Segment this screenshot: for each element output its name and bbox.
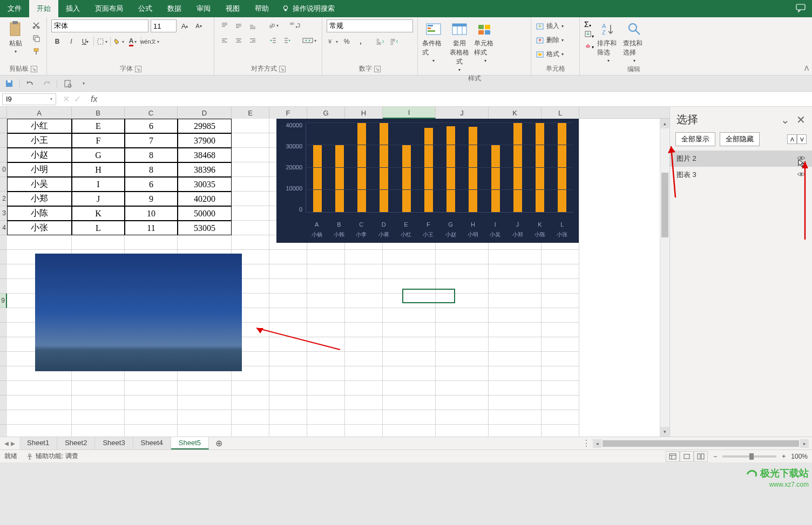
cell[interactable] (269, 308, 307, 323)
decrease-indent-button[interactable] (267, 35, 279, 46)
column-header-D[interactable]: D (178, 107, 232, 119)
cell[interactable] (7, 396, 72, 410)
alignment-dialog-launcher[interactable]: ↘ (279, 66, 286, 72)
cell[interactable] (542, 323, 579, 337)
cell[interactable] (232, 396, 269, 410)
format-cells-button[interactable]: 格式▾ (536, 47, 564, 60)
tab-home[interactable]: 开始 (29, 0, 58, 17)
selection-pane-item[interactable]: 图表 3 (670, 167, 812, 183)
row-header[interactable] (0, 352, 7, 366)
cell[interactable]: 小张 (7, 221, 72, 235)
cell[interactable] (436, 352, 489, 366)
cell[interactable]: 11 (125, 221, 178, 235)
cell[interactable]: E (72, 119, 125, 133)
cell[interactable] (232, 148, 269, 162)
cell[interactable] (72, 381, 125, 396)
cell[interactable] (178, 425, 232, 437)
underline-button[interactable]: U▾ (79, 36, 91, 47)
decrease-font-button[interactable]: A▾ (193, 20, 205, 32)
cell[interactable] (269, 352, 307, 366)
cell[interactable] (489, 381, 542, 396)
zoom-in-button[interactable]: + (782, 453, 786, 460)
font-color-button[interactable]: A (127, 36, 139, 47)
cell[interactable] (542, 337, 579, 352)
cell[interactable]: 38468 (178, 148, 232, 162)
accept-formula-button[interactable]: ✓ (74, 94, 81, 104)
sheet-tab-sheet4[interactable]: Sheet4 (133, 437, 171, 449)
cell[interactable] (489, 425, 542, 437)
cell[interactable] (383, 410, 436, 425)
cell[interactable] (383, 425, 436, 437)
cell[interactable]: 30035 (178, 177, 232, 192)
cell[interactable] (436, 323, 489, 337)
font-name-select[interactable] (51, 19, 148, 32)
hscroll-thumb[interactable] (603, 440, 799, 447)
zoom-out-button[interactable]: − (713, 453, 717, 460)
cell[interactable] (7, 235, 72, 250)
number-dialog-launcher[interactable]: ↘ (374, 66, 381, 72)
decrease-decimal-button[interactable]: .00.0 (388, 36, 400, 47)
cell[interactable] (232, 192, 269, 206)
cell[interactable] (72, 396, 125, 410)
cell[interactable] (489, 323, 542, 337)
row-header[interactable]: 3 (0, 206, 7, 221)
delete-cells-button[interactable]: ×删除▾ (536, 33, 564, 46)
cell[interactable]: 小明 (7, 162, 72, 177)
zoom-slider[interactable] (722, 455, 776, 458)
cell[interactable]: 6 (125, 177, 178, 192)
cell[interactable]: 小陈 (7, 206, 72, 221)
row-header[interactable]: 2 (0, 192, 7, 206)
tab-review[interactable]: 审阅 (189, 0, 218, 17)
row-header[interactable]: 9 (0, 294, 7, 308)
clear-button[interactable]: ▾ (584, 41, 594, 51)
cell[interactable]: F (72, 133, 125, 148)
sheet-nav-first[interactable]: ◂ (4, 438, 9, 448)
accessibility-status[interactable]: 辅助功能: 调查 (26, 452, 78, 461)
row-header[interactable] (0, 323, 7, 337)
cell[interactable] (307, 381, 345, 396)
cell[interactable] (7, 410, 72, 425)
move-up-button[interactable]: ᐱ (787, 134, 797, 144)
cell[interactable] (383, 308, 436, 323)
cell[interactable] (178, 410, 232, 425)
cell[interactable]: 小赵 (7, 148, 72, 162)
cell[interactable] (125, 410, 178, 425)
cell[interactable] (489, 396, 542, 410)
cell[interactable] (383, 352, 436, 366)
cell[interactable] (489, 308, 542, 323)
select-all-cells[interactable] (0, 107, 7, 118)
sheet-tab-sheet2[interactable]: Sheet2 (57, 437, 95, 449)
cell[interactable] (489, 337, 542, 352)
format-painter-button[interactable] (30, 45, 42, 57)
cell[interactable] (307, 279, 345, 294)
cell[interactable] (269, 323, 307, 337)
zoom-level[interactable]: 100% (791, 453, 808, 460)
fx-icon[interactable]: fx (87, 94, 100, 104)
bold-button[interactable]: B (51, 36, 63, 47)
align-center-button[interactable] (233, 35, 245, 46)
row-header[interactable] (0, 235, 7, 250)
cell[interactable] (125, 425, 178, 437)
cell[interactable] (345, 264, 383, 279)
page-break-view-button[interactable] (694, 451, 708, 462)
cell[interactable] (72, 235, 125, 250)
cell[interactable] (232, 425, 269, 437)
scroll-up-button[interactable]: ▴ (660, 119, 669, 128)
cell[interactable] (307, 264, 345, 279)
cell[interactable] (542, 396, 579, 410)
cell[interactable] (232, 381, 269, 396)
cell[interactable] (345, 352, 383, 366)
cell[interactable] (345, 337, 383, 352)
cell[interactable] (542, 425, 579, 437)
hide-all-button[interactable]: 全部隐藏 (720, 132, 760, 146)
sheet-tab-sheet3[interactable]: Sheet3 (95, 437, 133, 449)
copy-button[interactable] (30, 32, 42, 44)
cell[interactable] (542, 294, 579, 308)
cell[interactable] (178, 381, 232, 396)
cell[interactable]: 29985 (178, 119, 232, 133)
fill-button[interactable]: ▾ (584, 30, 594, 40)
cell[interactable] (345, 381, 383, 396)
cell[interactable] (436, 264, 489, 279)
cell[interactable]: 小王 (7, 133, 72, 148)
column-header-H[interactable]: H (345, 107, 383, 119)
